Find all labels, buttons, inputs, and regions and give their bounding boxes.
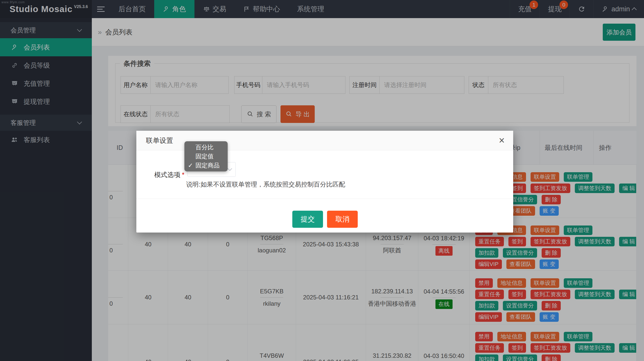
- check-icon: ✓: [188, 161, 193, 170]
- link-order-modal: 联单设置 × 模式选项* 百分比固定值✓固定商品 说明:如果不设置联单管理，系统…: [136, 131, 513, 233]
- modal-note: 说明:如果不设置联单管理，系统按照交易控制百分比匹配: [186, 180, 345, 189]
- mode-option-0[interactable]: 百分比: [184, 143, 228, 152]
- mode-option-1[interactable]: 固定值: [184, 152, 228, 161]
- mode-option-label: 固定商品: [195, 162, 220, 169]
- close-icon[interactable]: ×: [499, 135, 505, 146]
- mode-option-label: 百分比: [195, 144, 214, 151]
- app-root: www.9fym.com Studio Mosaic V25.3.6 后台首页角…: [0, 0, 644, 361]
- mode-option-label: 固定值: [195, 153, 214, 160]
- mode-option-2[interactable]: ✓固定商品: [184, 161, 228, 170]
- mode-dropdown: 百分比固定值✓固定商品: [184, 141, 228, 171]
- chevron-down-icon: [227, 166, 232, 171]
- modal-divider: [136, 199, 513, 199]
- cancel-button[interactable]: 取消: [327, 211, 358, 228]
- mode-option-label-text: 模式选项: [154, 171, 180, 178]
- mode-option-label: 模式选项*: [154, 170, 184, 179]
- submit-button[interactable]: 提交: [292, 211, 323, 228]
- modal-title: 联单设置: [146, 136, 173, 145]
- required-mark: *: [182, 171, 184, 178]
